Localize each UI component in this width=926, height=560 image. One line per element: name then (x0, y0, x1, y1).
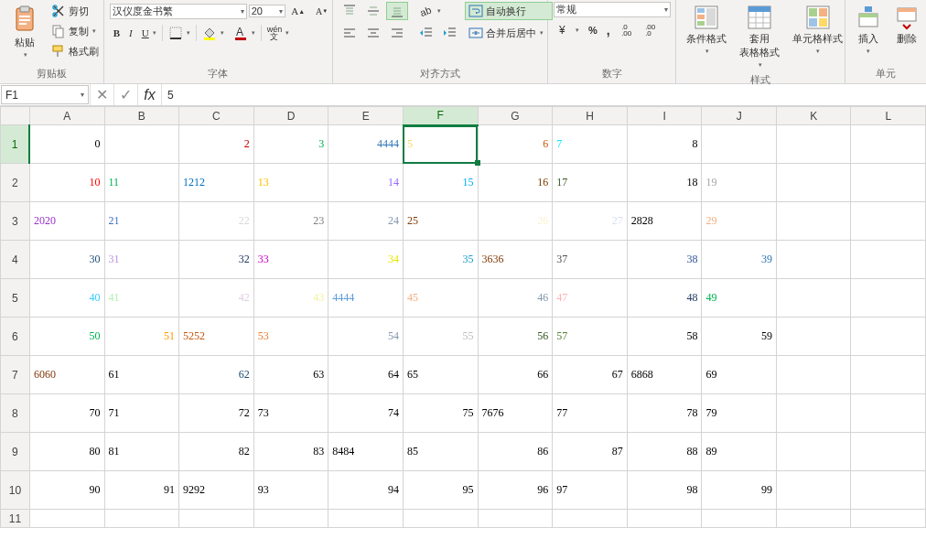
accounting-button[interactable]: ¥▾ (554, 21, 583, 39)
cell-F7[interactable]: 65 (403, 356, 478, 394)
cell-L4[interactable] (851, 241, 926, 279)
font-family-select[interactable]: 汉仪度金书繁▾ (110, 4, 247, 19)
cell-A11[interactable] (29, 510, 104, 528)
cell-F2[interactable]: 15 (403, 164, 478, 202)
cell-L7[interactable] (851, 356, 926, 394)
cell-J1[interactable] (702, 125, 777, 164)
cell-E6[interactable]: 54 (328, 318, 404, 356)
cell-D3[interactable]: 23 (253, 202, 328, 241)
cell-J6[interactable]: 59 (702, 318, 777, 356)
cell-A9[interactable]: 80 (29, 433, 104, 471)
cell-G3[interactable]: 26 (478, 202, 553, 241)
cell-J4[interactable]: 39 (702, 241, 777, 279)
cell-K8[interactable] (776, 394, 850, 433)
cell-J7[interactable]: 69 (702, 356, 777, 394)
cell-B8[interactable]: 71 (104, 394, 179, 433)
select-all-corner[interactable] (1, 107, 30, 125)
border-button[interactable]: ▾ (165, 24, 194, 42)
cell-H2[interactable]: 17 (553, 164, 628, 202)
align-center-button[interactable] (362, 24, 384, 42)
cell-K11[interactable] (776, 510, 850, 528)
cell-I1[interactable]: 8 (627, 125, 702, 164)
font-size-select[interactable]: 20▾ (249, 5, 285, 17)
cell-A4[interactable]: 30 (29, 241, 104, 279)
cell-G10[interactable]: 96 (478, 471, 553, 510)
cell-K10[interactable] (776, 471, 850, 510)
cell-K7[interactable] (776, 356, 850, 394)
cell-I11[interactable] (627, 510, 702, 528)
cell-E11[interactable] (328, 510, 404, 528)
cell-E1[interactable]: 4444 (328, 125, 404, 164)
cell-J3[interactable]: 29 (702, 202, 777, 241)
cell-H3[interactable]: 27 (553, 202, 628, 241)
cell-C1[interactable]: 2 (179, 125, 254, 164)
number-format-select[interactable]: 常规▾ (554, 2, 671, 17)
cell-B10[interactable]: 91 (104, 471, 179, 510)
align-top-button[interactable] (339, 2, 361, 20)
comma-button[interactable]: , (603, 21, 614, 39)
cell-B3[interactable]: 21 (104, 202, 179, 241)
cell-B4[interactable]: 31 (104, 241, 179, 279)
cell-J10[interactable]: 99 (702, 471, 777, 510)
cell-K9[interactable] (776, 433, 850, 471)
cell-G5[interactable]: 46 (478, 279, 553, 318)
cell-F11[interactable] (403, 510, 478, 528)
wrap-text-button[interactable]: 自动换行 (465, 2, 553, 20)
cell-G4[interactable]: 3636 (478, 241, 553, 279)
cell-H5[interactable]: 47 (553, 279, 628, 318)
cell-D6[interactable]: 53 (253, 318, 328, 356)
format-painter-button[interactable]: 格式刷 (48, 42, 102, 60)
grow-font-button[interactable]: A▲ (287, 2, 309, 20)
cell-K4[interactable] (776, 241, 850, 279)
cell-I4[interactable]: 38 (627, 241, 702, 279)
cell-C3[interactable]: 22 (179, 202, 254, 241)
row-header-5[interactable]: 5 (1, 279, 30, 318)
cell-F6[interactable]: 55 (403, 318, 478, 356)
cell-K3[interactable] (776, 202, 850, 241)
column-header-I[interactable]: I (627, 107, 702, 125)
cell-B1[interactable] (104, 125, 179, 164)
cell-L5[interactable] (851, 279, 926, 318)
cell-L2[interactable] (851, 164, 926, 202)
cell-H8[interactable]: 77 (553, 394, 628, 433)
cell-I5[interactable]: 48 (627, 279, 702, 318)
column-header-D[interactable]: D (253, 107, 328, 125)
cell-E5[interactable]: 4444 (328, 279, 404, 318)
cell-G8[interactable]: 7676 (478, 394, 553, 433)
row-header-6[interactable]: 6 (1, 318, 30, 356)
cell-A10[interactable]: 90 (29, 471, 104, 510)
column-header-L[interactable]: L (851, 107, 926, 125)
cell-F1[interactable]: 5 (403, 125, 478, 164)
cell-F8[interactable]: 75 (403, 394, 478, 433)
conditional-format-button[interactable]: 条件格式▾ (682, 2, 731, 58)
cell-B2[interactable]: 11 (104, 164, 179, 202)
cell-L10[interactable] (851, 471, 926, 510)
copy-button[interactable]: 复制 ▾ (48, 22, 102, 40)
insert-button[interactable]: 插入▾ (851, 2, 886, 58)
cell-K2[interactable] (776, 164, 850, 202)
delete-button[interactable]: 删除 (889, 2, 924, 48)
row-header-8[interactable]: 8 (1, 394, 30, 433)
cell-J2[interactable]: 19 (702, 164, 777, 202)
cell-G6[interactable]: 56 (478, 318, 553, 356)
cell-G11[interactable] (478, 510, 553, 528)
shrink-font-button[interactable]: A▼ (311, 2, 333, 20)
cell-D10[interactable]: 93 (253, 471, 328, 510)
column-header-E[interactable]: E (328, 107, 404, 125)
increase-indent-button[interactable] (439, 24, 461, 42)
cell-I10[interactable]: 98 (627, 471, 702, 510)
orientation-button[interactable]: ab▾ (415, 2, 445, 20)
align-right-button[interactable] (386, 24, 408, 42)
column-header-G[interactable]: G (478, 107, 553, 125)
cell-C7[interactable]: 62 (179, 356, 254, 394)
row-header-3[interactable]: 3 (1, 202, 30, 241)
cell-J5[interactable]: 49 (702, 279, 777, 318)
formula-input[interactable]: 5 (161, 84, 926, 105)
row-header-2[interactable]: 2 (1, 164, 30, 202)
cell-E2[interactable]: 14 (328, 164, 404, 202)
cell-C11[interactable] (179, 510, 254, 528)
cell-C9[interactable]: 82 (179, 433, 254, 471)
row-header-7[interactable]: 7 (1, 356, 30, 394)
column-header-C[interactable]: C (179, 107, 254, 125)
cell-A1[interactable]: 0 (29, 125, 104, 164)
